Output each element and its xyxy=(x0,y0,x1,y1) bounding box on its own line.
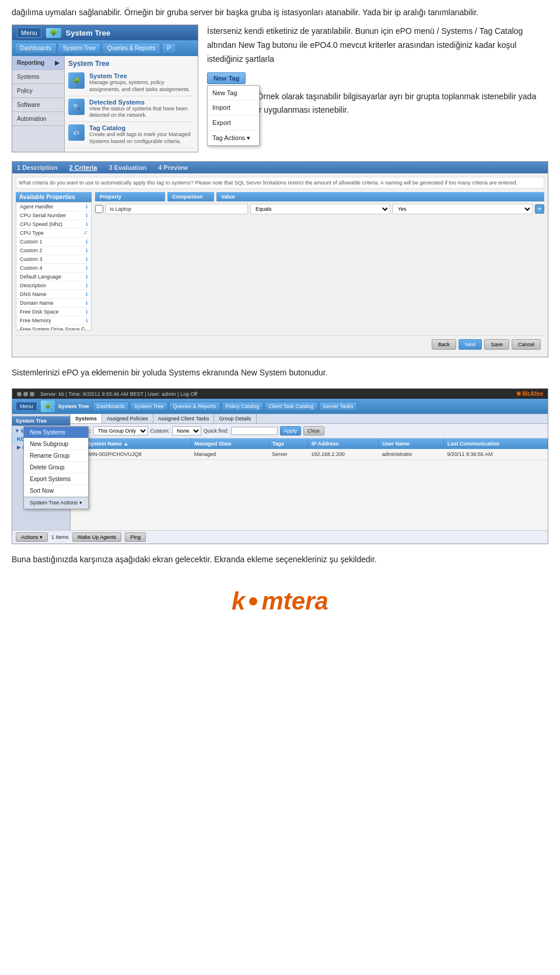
epo-system-tree-title: System Tree xyxy=(89,72,194,79)
ping-button[interactable]: Ping xyxy=(125,532,146,542)
sys-tab-dashboards[interactable]: Dashboards xyxy=(93,402,130,411)
tb-prop-custom4[interactable]: Custom 4ℹ xyxy=(16,264,91,273)
tb-cancel-button[interactable]: Cancel xyxy=(512,339,541,350)
sidebar-item-reporting[interactable]: Reporting ▶ xyxy=(12,56,64,70)
sys-tab-assigned-client-tasks[interactable]: Assigned Client Tasks xyxy=(153,414,215,423)
newtag-dropdown-menu: New Tag Import Export Tag Actions ▾ xyxy=(207,85,260,147)
right-text-para: İsterseniz kendi etiketiniz de yaratılab… xyxy=(207,25,548,66)
tb-back-button[interactable]: Back xyxy=(432,339,456,350)
section2-text: Sistemlerinizi ePO ya eklemenin bir yolu… xyxy=(12,366,548,380)
newtag-option-new[interactable]: New Tag xyxy=(208,86,259,101)
epo-tag-text: Tag Catalog Create and edit tags to mark… xyxy=(89,124,194,145)
th-last-comm: Last Communication xyxy=(443,438,547,449)
sys-tab-client-tasks[interactable]: Client Task Catalog xyxy=(264,402,317,411)
th-user-name: User Name xyxy=(379,438,444,449)
sidebar-item-automation[interactable]: Automation xyxy=(12,112,64,126)
ctx-system-tree-actions[interactable]: System Tree Actions ▾ xyxy=(24,497,88,509)
sys-titlebar-text: Server: kb | Time: 9/20/11 9:55:46 AM BE… xyxy=(40,391,197,397)
epo-content-area: System Tree 🌳 System Tree Manage groups,… xyxy=(65,56,198,151)
ctx-new-subgroup[interactable]: New Subgroup xyxy=(24,438,88,450)
custom-select[interactable]: None xyxy=(172,426,201,436)
table-row[interactable]: WIN-002PICHOVUJQ8 Managed Server 192.168… xyxy=(71,449,548,460)
sys-tab-server-tasks[interactable]: Server Tasks xyxy=(319,402,358,411)
systems-screenshot-wrapper: Server: kb | Time: 9/20/11 9:55:46 AM BE… xyxy=(12,388,548,544)
mcafee-logo: ❋ McAfee xyxy=(516,391,543,397)
wakeup-agents-button[interactable]: Wake Up Agents xyxy=(72,532,122,542)
tb-criteria-value-select[interactable]: Yes No xyxy=(393,204,533,214)
sys-menu-button[interactable]: Menu xyxy=(16,402,37,411)
sys-tab-group-details[interactable]: Group Details xyxy=(214,414,256,423)
th-tags: Tags xyxy=(268,438,307,449)
newtag-option-export[interactable]: Export xyxy=(208,116,259,131)
epo-item-system-tree: 🌳 System Tree Manage groups, systems, po… xyxy=(68,70,194,96)
td-user: administrator xyxy=(379,449,444,460)
sidebar-item-systems[interactable]: Systems xyxy=(12,70,64,84)
tag-builder-instruction: What criteria do you want to use to auto… xyxy=(16,177,544,189)
tb-prop-agent-handler[interactable]: Agent Handlerℹ xyxy=(16,203,91,211)
sys-body: System Tree ▼ My Organization KOMTERA ▶ … xyxy=(12,414,548,530)
sys-tab-system-tree[interactable]: System Tree xyxy=(130,402,168,411)
ctx-rename-group[interactable]: Rename Group xyxy=(24,450,88,462)
tb-prop-custom1[interactable]: Custom 1ℹ xyxy=(16,238,91,246)
sys-nav-bar: Menu 🌳 System Tree Dashboards System Tre… xyxy=(12,399,548,414)
tb-criteria-checkbox[interactable] xyxy=(95,205,103,213)
epo-tab-queries[interactable]: Queries & Reports xyxy=(102,43,160,54)
context-menu: New Systems New Subgroup Rename Group De… xyxy=(23,426,89,509)
epo-system-tree-text: System Tree Manage groups, systems, poli… xyxy=(89,72,194,93)
td-managed-state: Managed xyxy=(191,449,268,460)
sys-tab-policy[interactable]: Policy Catalog xyxy=(222,402,264,411)
tb-save-button[interactable]: Save xyxy=(484,339,509,350)
sidebar-item-policy[interactable]: Policy xyxy=(12,84,64,98)
systems-table: System Name ▲ Managed State Tags IP Addr… xyxy=(71,438,548,460)
sys-nav-tabs: Dashboards System Tree Queries & Reports… xyxy=(93,402,358,411)
tb-prop-dns-name[interactable]: DNS Nameℹ xyxy=(16,290,91,299)
tag-builder-step4: 4 Preview xyxy=(158,164,188,171)
tb-prop-cpu-type[interactable]: CPU TypeF xyxy=(16,229,91,238)
epo-menu-button[interactable]: Menu xyxy=(17,27,41,38)
ctx-sort-now[interactable]: Sort Now xyxy=(24,485,88,497)
tb-prop-cpu-speed[interactable]: CPU Speed (Mhz)ℹ xyxy=(16,220,91,229)
tb-prop-free-disk[interactable]: Free Disk Spaceℹ xyxy=(16,308,91,316)
quickfind-input[interactable] xyxy=(231,427,278,435)
ctx-export-systems[interactable]: Export Systems xyxy=(24,473,88,485)
new-tag-button[interactable]: New Tag xyxy=(207,72,246,84)
sys-tab-systems[interactable]: Systems xyxy=(71,414,102,423)
sidebar-item-software[interactable]: Software xyxy=(12,98,64,112)
epo-screenshot: Menu 🌳 System Tree Dashboards System Tre… xyxy=(12,25,198,152)
tb-prop-custom2[interactable]: Custom 2ℹ xyxy=(16,246,91,255)
page-wrapper: dağılıma uymaları sağlanabilir. Örneğin … xyxy=(0,0,560,633)
tb-prop-description[interactable]: Descriptionℹ xyxy=(16,281,91,290)
sidebar-reporting-arrow: ▶ xyxy=(55,60,60,66)
epo-tab-dashboards[interactable]: Dashboards xyxy=(15,43,57,54)
epo-tab-system-tree[interactable]: System Tree xyxy=(58,43,101,54)
ctx-delete-group[interactable]: Delete Group xyxy=(24,462,88,473)
tb-prop-free-memory[interactable]: Free Memoryℹ xyxy=(16,316,91,325)
epo-detected-desc: View the status of systems that have bee… xyxy=(89,106,194,119)
tb-available-properties-panel: Available Properties Agent Handlerℹ CPU … xyxy=(16,192,92,330)
epo-tab-p[interactable]: P xyxy=(162,43,176,54)
apply-button[interactable]: Apply xyxy=(280,426,302,436)
sys-tab-assigned-policies[interactable]: Assigned Policies xyxy=(102,414,153,423)
tb-next-button[interactable]: Next xyxy=(459,339,482,350)
newtag-option-import[interactable]: Import xyxy=(208,100,259,116)
tb-prop-cpu-serial[interactable]: CPU Serial Numberℹ xyxy=(16,211,91,220)
win-dot-1 xyxy=(17,392,22,396)
tb-prop-default-lang[interactable]: Default Languageℹ xyxy=(16,273,91,281)
tb-criteria-header: Property Comparison Value xyxy=(95,192,544,201)
sys-tab-queries[interactable]: Queries & Reports xyxy=(169,402,220,411)
tb-criteria-add-button[interactable]: + xyxy=(535,204,544,214)
epo-tag-icon: 🏷 xyxy=(68,124,85,141)
sys-titlebar: Server: kb | Time: 9/20/11 9:55:46 AM BE… xyxy=(12,389,548,399)
preset-select[interactable]: This Group Only xyxy=(93,426,148,436)
actions-button[interactable]: Actions ▾ xyxy=(16,532,48,542)
tb-prop-free-sys-drive[interactable]: Free System Drive Space © xyxy=(16,325,91,330)
tb-prop-domain-name[interactable]: Domain Nameℹ xyxy=(16,299,91,308)
newtag-option-actions[interactable]: Tag Actions ▾ xyxy=(208,131,259,146)
epo-item-detected: 🔍 Detected Systems View the status of sy… xyxy=(68,96,194,122)
sys-main-content: Systems Assigned Policies Assigned Clien… xyxy=(71,414,548,530)
tb-criteria-comparison-select[interactable]: Equals Not Equals xyxy=(250,204,390,214)
tb-prop-custom3[interactable]: Custom 3ℹ xyxy=(16,255,91,264)
ctx-new-systems[interactable]: New Systems xyxy=(24,427,88,438)
custom-label: Custom: xyxy=(150,428,170,434)
clear-button[interactable]: Clear xyxy=(303,426,324,436)
